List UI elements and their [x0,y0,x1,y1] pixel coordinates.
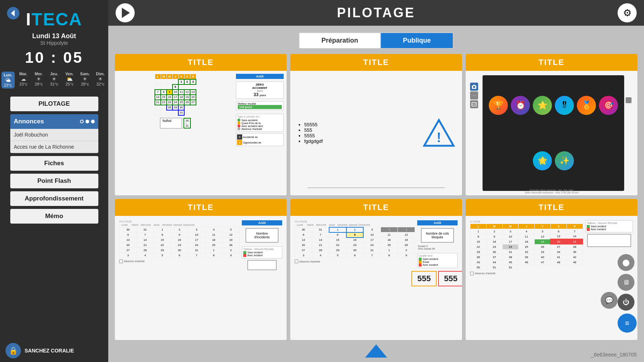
camera-icon [470,83,478,91]
version-label: _6e63eeee_180705 [591,352,637,358]
screen-icon: 🖥 [623,279,629,286]
dot-indicators [80,120,95,123]
month-label-4: Août [242,220,282,225]
date-info: Lundi 13 Août St Hippolyte [32,32,76,46]
card-5-title: TITLE [290,199,462,216]
tab-row: Préparation Publique [108,32,644,49]
dot-1 [80,120,84,123]
card4-right: Août Nombre d'incidents Tableau : Mesure… [242,220,282,336]
play-button[interactable] [116,3,135,22]
file-info: Formats photo autorisé : png, jpg, jpegT… [466,189,637,194]
screen-button[interactable]: 🖥 [618,274,634,291]
menu-button[interactable]: ≡ [618,314,637,333]
lock-icon[interactable]: 🔒 [6,343,21,358]
pilotage-small-label-5: PILOTAGE [295,220,415,223]
list-item: fgdgdgdf [304,138,323,144]
card-4[interactable]: TITLE PILOTAGE Lundi Mardi Mercredi Jeud… [115,199,287,340]
svg-text:!: ! [437,130,441,145]
sidebar: ITECA Lundi 13 Août St Hippolyte 10 : 05… [0,0,108,362]
card-4-body: PILOTAGE Lundi Mardi Mercredi Jeudi Vend… [115,216,287,340]
card-1[interactable]: TITLE LMMJVSD 123 [115,54,287,195]
dot-2 [85,120,89,123]
main-content: PILOTAGE ⚙ Préparation Publique TITLE [108,0,644,362]
sub-info: Essais 5 Hors essais 66 [417,244,458,251]
card5-calendar-area: PILOTAGE Lundi Mardi Mercredi Jeudi Vend… [295,220,415,336]
card-6-title: TITLE [466,199,637,216]
card-2[interactable]: TITLE 55555 555 5555 fgdgdgdf ! [290,54,462,195]
settings-button[interactable]: ⚙ [618,3,637,22]
input-box-4[interactable] [247,260,277,270]
card6-right: Tableau : Mesurel Résultat Sans incident… [585,220,633,247]
card3-sidebar: ··· [470,75,481,191]
power-button[interactable]: ⏻ [618,294,634,311]
bottom-bar [108,340,644,362]
list-item: 555 [304,127,323,133]
weather-sam: Sam. ☀ 28°c [79,72,92,88]
card3-right [626,75,633,191]
weather-jeu: Jeu. ☀ 31°c [48,72,61,88]
badge-6: 🎯 [599,96,618,115]
legend-box-5: Qualité fond Sans incident Essai Avec in… [417,253,458,268]
cards-grid: TITLE LMMJVSD 123 [108,54,644,340]
text-input-1[interactable]: fsdfsd [160,118,182,128]
bluetooth-button[interactable]: ⬤ [618,254,634,271]
badge-8: ✨ [555,151,574,170]
month-label-5: Août [417,220,458,225]
user-name: SANCHEZ CORALIE [25,348,74,354]
card2-list: 55555 555 5555 fgdgdgdf [297,122,323,144]
chat-button-container: 💬 [601,292,618,309]
small-info-box: 6Accidenté du 9Opportunités de [236,133,284,146]
chat-button[interactable]: 💬 [601,292,618,309]
card-3[interactable]: TITLE ··· [466,54,637,195]
up-arrow-button[interactable] [365,344,387,358]
legend-box-4: Tableau : Mesurel Résultat Sans incident… [242,246,282,258]
tab-preparation[interactable]: Préparation [299,32,380,49]
gear-icon: ⚙ [623,7,632,19]
top-bar: PILOTAGE ⚙ [108,0,644,26]
warning-icon: ! [422,118,455,148]
col-headers: Lundi Mardi Mercredi Jeudi Vendredi Same… [119,224,240,226]
card-5[interactable]: TITLE PILOTAGE Lundi Mardi Mercredi Jeud… [290,199,462,340]
badge-5: 🏅 [577,96,596,115]
app-logo: ITECA [26,9,82,29]
card-4-title: TITLE [115,199,287,216]
nombre-incidents: Nombre d'incidents [245,228,279,243]
weather-ven: Ven. ⛅ 25°c [63,72,76,88]
weather-lun: Lun. 🌥 23°c [1,72,15,88]
back-button[interactable] [7,7,20,20]
tab-publique[interactable]: Publique [380,32,454,49]
nav-point-flash[interactable]: Point Flash [10,174,98,188]
month-label: Août [236,74,284,79]
weather-dim: Dim. ☀ 32°c [94,72,107,88]
card-2-title: TITLE [290,54,462,71]
announcement-item-2[interactable]: Acces rue de La Richonne [10,141,98,153]
weather-mer: Mer. ☀ 28°c [32,72,46,88]
hamburger-icon: ≡ [625,319,629,327]
card-3-body: ··· 🏆 ⏰ [466,71,637,195]
best-result-box: Meilleur résultat 116 jours [236,101,284,110]
badge-2: ⏰ [511,96,530,115]
card-6-body: IL COGE LMMJVSD 1234567 891011121314 151… [466,216,637,340]
absence-check-4: Absence d'activité [119,260,240,263]
input-box-6[interactable] [587,234,631,247]
announcement-item-1[interactable]: Joël Robuchon [10,129,98,141]
zero-accident-box: ZÉRO ACCIDENT Jours 33 jours [236,82,284,99]
bluetooth-icon: ⬤ [622,258,630,267]
nav-memo[interactable]: Mémo [10,209,98,224]
nav-approfondissement[interactable]: Approfondissement [10,191,98,206]
list-item: 55555 [304,122,323,127]
announcements-button[interactable]: Annonces [10,114,98,129]
card-6[interactable]: TITLE IL COGE LMMJVSD 1234567 [466,199,637,340]
nav-fiches[interactable]: Fiches [10,156,98,171]
mini-calendar-4: 303112345 6789101112 13141516171819 2021… [119,227,240,258]
card-2-body: 55555 555 5555 fgdgdgdf ! [290,71,462,195]
card-1-body: LMMJVSD 123 6 78910111213 14151617181920… [115,71,287,195]
legend-box: Type à cumuler sur : Sans accident Quasi… [236,114,284,132]
nav-pilotage[interactable]: PILOTAGE [10,97,98,111]
score-boxes: 555 555 [411,271,462,286]
card5-right: Août Nombre de cols bloqués Essais 5 Hor… [417,220,458,336]
svg-point-5 [473,86,475,88]
announcements-label: Annonces [14,118,44,125]
absence-check-5: Absence d'activité [295,260,415,263]
time-display: 10 : 05 [25,49,83,66]
